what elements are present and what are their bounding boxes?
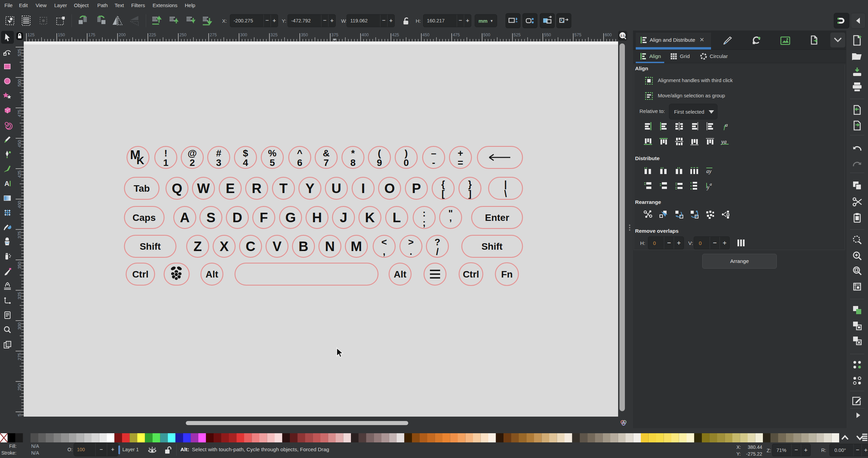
svg-text:5: 5 (270, 157, 275, 168)
svg-text:X: X (220, 239, 229, 254)
svg-text:575: 575 (574, 33, 581, 37)
svg-text:a: a (710, 182, 712, 187)
svg-text:A: A (180, 210, 190, 225)
svg-text:N: N (325, 239, 335, 254)
svg-text:400: 400 (17, 201, 22, 208)
svg-text:[: [ (441, 188, 445, 199)
svg-text:{: { (441, 179, 445, 189)
svg-text:$: $ (243, 148, 248, 158)
svg-text:K: K (136, 154, 144, 167)
svg-text:": " (448, 208, 453, 218)
svg-text:C: C (246, 239, 256, 254)
svg-text:325: 325 (17, 292, 22, 300)
svg-text:550: 550 (544, 33, 551, 37)
svg-text:#: # (216, 148, 221, 158)
svg-text:Shift: Shift (481, 241, 502, 252)
svg-text:475: 475 (17, 110, 22, 117)
svg-text:175: 175 (88, 33, 95, 37)
svg-text:300: 300 (17, 322, 22, 330)
svg-text:225: 225 (17, 414, 22, 417)
svg-text:200: 200 (119, 33, 126, 37)
svg-text:a: a (725, 122, 728, 128)
svg-text:450: 450 (422, 33, 430, 37)
svg-text:2: 2 (190, 157, 195, 168)
svg-text:!: ! (164, 148, 167, 158)
svg-text:Ctrl: Ctrl (463, 269, 479, 280)
svg-text:125: 125 (27, 33, 35, 37)
svg-text:=: = (458, 157, 463, 168)
svg-text:T: T (279, 181, 288, 196)
svg-text:*: * (351, 148, 355, 158)
svg-text:7: 7 (323, 157, 329, 168)
svg-text:225: 225 (149, 33, 156, 37)
svg-text:350: 350 (301, 33, 308, 37)
svg-text:Tab: Tab (134, 183, 150, 194)
svg-text:(: ( (378, 148, 381, 158)
svg-text:): ) (405, 148, 408, 158)
svg-text:500: 500 (17, 79, 22, 87)
svg-text:450: 450 (17, 140, 22, 148)
svg-text:@: @ (188, 148, 197, 158)
svg-text:|: | (504, 179, 507, 189)
svg-text::: : (422, 208, 426, 218)
svg-text:400: 400 (362, 33, 369, 37)
svg-text:Caps: Caps (133, 212, 156, 223)
svg-text:&: & (323, 148, 330, 158)
svg-text:,: , (383, 246, 386, 257)
svg-text:J: J (340, 210, 347, 225)
svg-text:525: 525 (17, 49, 22, 56)
svg-text:250: 250 (179, 33, 186, 37)
svg-text:%: % (268, 148, 277, 158)
svg-text:\: \ (504, 188, 507, 199)
svg-text:F: F (260, 210, 268, 225)
svg-text:V: V (273, 239, 282, 254)
svg-text:Alt: Alt (394, 269, 406, 280)
svg-text:Alt: Alt (205, 269, 218, 280)
svg-text:H: H (312, 210, 322, 225)
svg-text:425: 425 (392, 33, 399, 37)
svg-text:>: > (408, 237, 414, 247)
svg-text:500: 500 (483, 33, 490, 37)
svg-text:4: 4 (243, 157, 248, 168)
svg-text:M: M (351, 239, 362, 254)
svg-text:ay: ay (706, 168, 712, 174)
svg-text:8: 8 (350, 157, 356, 168)
svg-text:<: < (381, 237, 387, 247)
svg-text:U: U (332, 181, 341, 196)
svg-text:275: 275 (17, 353, 22, 360)
svg-text:S: S (206, 210, 216, 225)
svg-text:0: 0 (403, 157, 409, 168)
svg-text:325: 325 (271, 33, 278, 37)
svg-text:L: L (393, 210, 401, 225)
svg-text:275: 275 (210, 33, 217, 37)
svg-text:375: 375 (331, 33, 338, 37)
svg-text:150: 150 (58, 33, 65, 37)
svg-text:/: / (436, 246, 439, 257)
svg-text:K: K (365, 210, 375, 225)
svg-text:+: + (458, 148, 463, 158)
svg-text:350: 350 (17, 262, 22, 269)
svg-text:O: O (384, 181, 395, 196)
svg-text:250: 250 (17, 383, 22, 391)
svg-text:^: ^ (297, 148, 302, 158)
svg-text:475: 475 (453, 33, 460, 37)
svg-text:W: W (197, 181, 210, 196)
svg-text:-: - (432, 157, 435, 168)
svg-text:;: ; (422, 217, 426, 228)
svg-text:I: I (361, 181, 365, 196)
svg-text:Shift: Shift (140, 241, 161, 252)
svg-text:Y: Y (305, 181, 315, 196)
svg-text:375: 375 (17, 231, 22, 239)
svg-text:300: 300 (240, 33, 247, 37)
svg-text:600: 600 (605, 33, 612, 37)
svg-text:}: } (468, 179, 472, 189)
svg-text:’: ’ (449, 217, 452, 228)
svg-text:6: 6 (297, 157, 302, 168)
svg-text:B: B (299, 239, 309, 254)
svg-text:425: 425 (17, 170, 22, 178)
svg-text:Enter: Enter (485, 212, 509, 223)
svg-text:Z: Z (194, 239, 202, 254)
svg-text:P: P (412, 181, 421, 196)
svg-text:.: . (410, 246, 412, 257)
svg-text:525: 525 (514, 33, 521, 37)
